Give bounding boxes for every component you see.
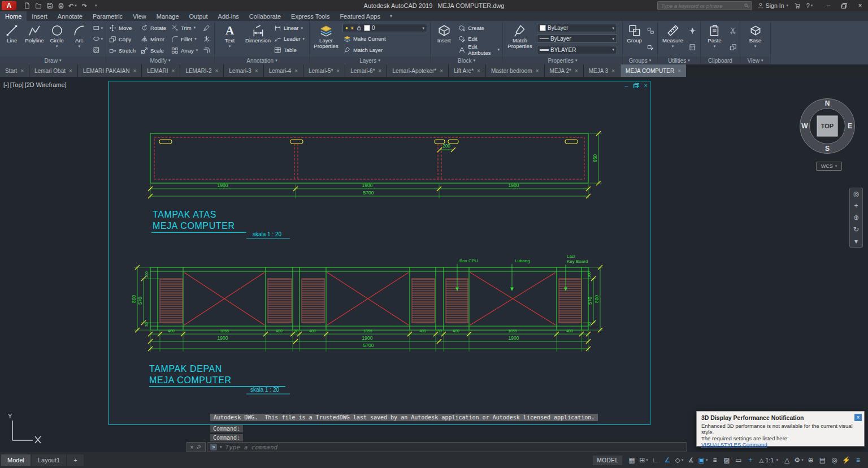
drawing-canvas[interactable]: 200 1900 1900 1900 5700 650 [109,81,650,423]
chevron-down-icon[interactable]: ▾ [612,26,614,31]
mirror-tool-button[interactable]: Mirror [140,35,167,44]
group-button[interactable]: Group [624,22,644,56]
layout1-tab[interactable]: Layout1 [32,454,66,466]
copy-tool-button[interactable]: Copy [108,35,137,44]
ribbon-tab-parametric[interactable]: Parametric [88,11,128,21]
close-tab-icon[interactable]: × [477,68,480,74]
edit-attributes-button[interactable]: Edit Attributes▾ [457,46,501,54]
close-tab-icon[interactable]: × [379,68,382,74]
file-tab-lemari-5[interactable]: Lemari-5*× [303,64,345,77]
close-tab-icon[interactable]: × [294,68,298,74]
ribbon-tab-express-tools[interactable]: Express Tools [286,11,335,21]
cut-button[interactable] [728,27,738,35]
ribbon-tab-manage[interactable]: Manage [151,11,184,21]
viewcube[interactable]: N S W E TOP [796,95,858,157]
ribbon-tab-view[interactable]: View [128,11,151,21]
circle-tool-button[interactable]: Circle▾ [46,22,67,56]
close-tab-icon[interactable]: × [69,68,72,74]
drawing-area[interactable]: [-] [Top] [2D Wireframe] 200 [0,77,868,452]
redo-icon[interactable]: ↷ [81,2,88,10]
new-file-icon[interactable] [23,2,31,10]
panel-title-layers[interactable]: Layers▾ [310,57,430,64]
minimize-window-icon[interactable]: – [821,0,836,11]
ribbon-tab-featured-apps[interactable]: Featured Apps [335,11,385,21]
viewport-close-icon[interactable]: × [644,82,648,89]
ungroup-button[interactable] [646,27,656,35]
table-button[interactable]: Table [273,46,306,54]
close-tab-icon[interactable]: × [336,68,340,74]
close-window-icon[interactable]: × [852,0,868,11]
file-tab-lemari-3[interactable]: Lemari-3× [224,64,263,77]
arc-tool-button[interactable]: Arc▾ [69,22,90,56]
open-file-icon[interactable] [34,2,42,10]
close-tab-icon[interactable]: × [133,68,136,74]
file-tab-meja-3[interactable]: MEJA 3× [584,64,620,77]
grid-display-icon[interactable]: ▦ [626,455,637,466]
panel-title-groups[interactable]: Groups▾ [623,57,657,64]
move-tool-button[interactable]: Move [108,24,137,32]
navbar-more-icon[interactable]: ▾ [854,238,858,245]
quick-properties-icon[interactable]: ▤ [817,455,828,466]
command-prompt-icon[interactable]: > [210,444,217,450]
panel-title-annotation[interactable]: Annotation▾ [215,57,309,64]
text-tool-button[interactable]: AText▾ [216,22,243,56]
viewport-visual-style-menu[interactable]: [2D Wireframe] [25,81,67,88]
viewcube-north[interactable]: N [825,99,830,107]
make-current-button[interactable]: Make Current [342,34,428,43]
command-window-grip[interactable]: × [186,442,206,452]
rotate-tool-button[interactable]: Rotate [140,24,167,32]
close-tab-icon[interactable]: × [440,68,443,74]
pan-icon[interactable]: + [854,202,858,209]
viewport-controls-menu[interactable]: [-] [3,81,9,88]
file-tab-meja-2[interactable]: MEJA 2*× [545,64,584,77]
viewport-view-menu[interactable]: [Top] [10,81,24,88]
transparency-icon[interactable]: ▨ [721,455,732,466]
orbit-icon[interactable]: ↻ [853,226,859,233]
close-command-icon[interactable]: × [190,444,194,450]
id-point-button[interactable] [688,27,697,35]
ribbon-tab-insert[interactable]: Insert [27,11,53,21]
quick-calculator-button[interactable] [688,43,697,51]
ellipse-tool-button[interactable]: ▾ [92,34,105,43]
offset-tool-button[interactable] [202,46,211,55]
close-notification-icon[interactable]: × [854,414,862,421]
trim-tool-button[interactable]: Trim▾ [170,24,199,32]
panel-title-clipboard[interactable]: Clipboard [701,57,740,64]
layer-properties-button[interactable]: Layer Properties [311,22,341,56]
app-store-cart-icon[interactable] [793,2,801,10]
lineweight-icon[interactable]: ≡ [709,455,720,466]
workspace-switching-icon[interactable]: ⚙▾ [793,455,804,466]
isolate-objects-icon[interactable]: ◎ [829,455,840,466]
hatch-tool-button[interactable] [92,46,105,54]
help-icon[interactable]: ?▾ [806,2,813,10]
file-tab-lemari-6[interactable]: Lemari-6*× [345,64,387,77]
recent-commands-icon[interactable]: ▾ [220,445,222,449]
chevron-down-icon[interactable]: ▾ [612,37,614,41]
polyline-tool-button[interactable]: Polyline [24,22,45,56]
plot-icon[interactable] [57,2,64,10]
layer-dropdown[interactable]: ● ☀ 0 ▾ [342,24,427,32]
layer-on-icon[interactable]: ● [345,25,348,31]
graphics-performance-icon[interactable]: ⚡ [841,455,852,466]
layer-thaw-icon[interactable]: ☀ [350,25,354,31]
search-icon[interactable] [744,3,749,8]
file-tab-lemari-obat[interactable]: Lemari Obat× [29,64,78,77]
close-tab-icon[interactable]: × [678,68,681,74]
panel-title-properties[interactable]: Properties▾ [503,57,622,64]
leader-button[interactable]: Leader▾ [273,34,306,43]
close-tab-icon[interactable]: × [215,68,219,74]
ortho-mode-icon[interactable]: ∟ [650,455,661,466]
base-button[interactable]: Base▾ [742,22,769,56]
autocad-logo[interactable]: A [2,1,16,10]
insert-block-button[interactable]: Insert [432,22,455,56]
model-layout-tab[interactable]: Model [1,454,31,466]
close-tab-icon[interactable]: × [172,68,175,74]
ribbon-tab-add-ins[interactable]: Add-ins [213,11,244,21]
file-tab-lemari-4[interactable]: Lemari-4× [264,64,303,77]
layer-color-chip[interactable] [364,25,370,31]
close-tab-icon[interactable]: × [611,68,615,74]
create-block-button[interactable]: Create [457,24,501,32]
undo-icon[interactable]: ↶▾ [68,2,77,10]
navigation-wheel-icon[interactable]: ◎ [853,190,859,197]
save-icon[interactable] [46,2,53,10]
